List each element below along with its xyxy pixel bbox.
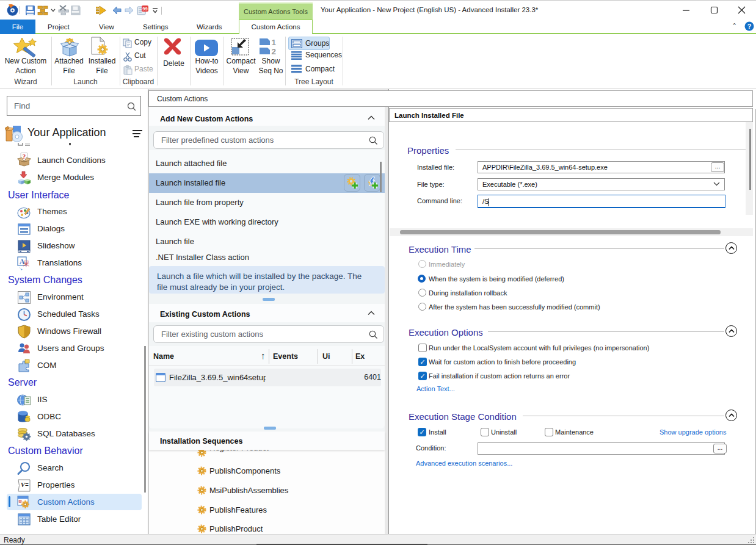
svg-text:?: ? — [23, 153, 26, 160]
svg-text:99: 99 — [142, 6, 147, 12]
svg-text:1: 1 — [272, 38, 277, 47]
svg-text:果: 果 — [23, 260, 30, 267]
svg-text:?: ? — [747, 23, 752, 30]
svg-text:=: = — [25, 482, 29, 488]
svg-text:2: 2 — [272, 47, 277, 56]
